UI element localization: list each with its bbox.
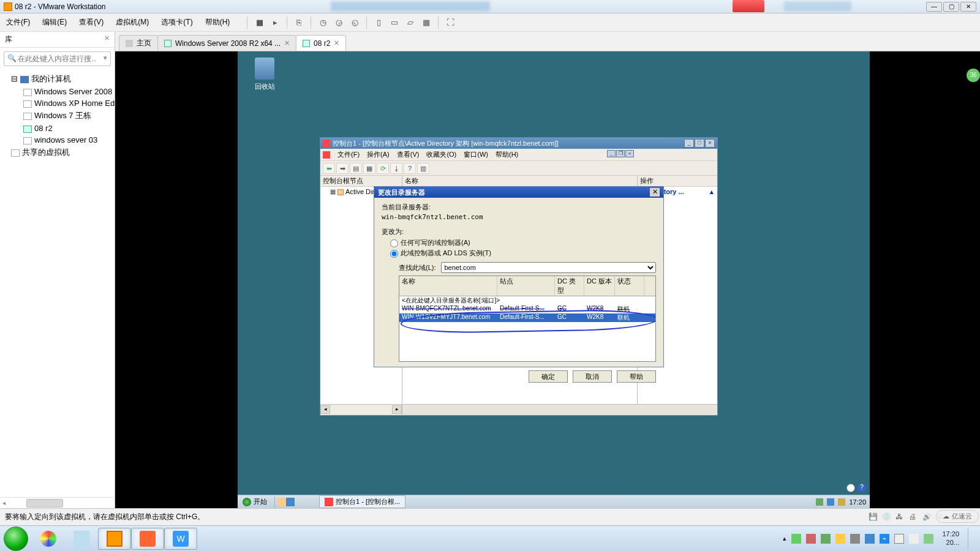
export-icon[interactable]: ⭳ bbox=[390, 163, 402, 174]
tab-home[interactable]: 主页 bbox=[119, 35, 158, 51]
mmc-menu-action[interactable]: 操作(A) bbox=[367, 150, 390, 159]
mmc-close-button[interactable]: × bbox=[705, 139, 715, 148]
guest-clock[interactable]: 17:20 bbox=[849, 498, 866, 506]
up-icon[interactable]: ▤ bbox=[350, 163, 362, 174]
pause-icon[interactable]: ▮▮ bbox=[252, 16, 266, 29]
mmc-max-button[interactable]: □ bbox=[695, 139, 704, 148]
menu-tabs[interactable]: 选项卡(T) bbox=[155, 17, 198, 28]
change-ds-dialog[interactable]: 更改目录服务器 ✕ 当前目录服务器: win-bmqfck7ntzl.benet… bbox=[374, 186, 664, 367]
close-button[interactable]: ✕ bbox=[960, 2, 976, 12]
snapshot-icon[interactable]: ⎘ bbox=[292, 16, 306, 29]
mmc-menu-window[interactable]: 窗口(W) bbox=[464, 150, 488, 159]
guest-start-button[interactable]: 开始 bbox=[238, 497, 272, 506]
tab-vm-active[interactable]: 08 r2✕ bbox=[296, 35, 346, 51]
mmc-menu-file[interactable]: 文件(F) bbox=[337, 150, 360, 159]
taskbar-task-mmc[interactable]: 控制台1 - [控制台根... bbox=[319, 495, 405, 508]
device-net-icon[interactable]: 🖧 bbox=[895, 512, 907, 522]
device-usb-icon[interactable]: 🖨 bbox=[909, 512, 920, 522]
play-icon[interactable]: ▸ bbox=[268, 16, 282, 29]
tray-chevron-icon[interactable]: ▴ bbox=[783, 534, 786, 542]
tree-root-computer[interactable]: ⊟ 我的计算机 bbox=[0, 72, 115, 86]
mmc-hscroll[interactable]: ◂▸ bbox=[320, 404, 717, 415]
show-desktop-button[interactable] bbox=[968, 528, 974, 550]
tab-close-icon[interactable]: ✕ bbox=[284, 39, 290, 47]
view-multi-icon[interactable]: ▭ bbox=[388, 16, 401, 29]
explorer-icon[interactable] bbox=[277, 498, 286, 506]
menu-edit[interactable]: 编辑(E) bbox=[36, 17, 73, 28]
device-sound-icon[interactable]: 🔊 bbox=[922, 512, 933, 522]
menu-file[interactable]: 文件(F) bbox=[0, 17, 36, 28]
tray-icon[interactable] bbox=[821, 534, 831, 544]
host-start-button[interactable] bbox=[4, 527, 28, 551]
menu-vm[interactable]: 虚拟机(M) bbox=[110, 17, 155, 28]
dc-input-hint[interactable]: <在此处键入目录服务器名称[:端口]> bbox=[399, 296, 655, 305]
sidebar-close-icon[interactable]: ✕ bbox=[104, 34, 110, 45]
tree-vm-item[interactable]: windows sever 03 bbox=[0, 134, 115, 146]
child-close-button[interactable]: × bbox=[625, 150, 634, 157]
desktop-icon[interactable] bbox=[286, 498, 295, 506]
radio-any-writable[interactable]: 任何可写的域控制器(A) bbox=[382, 238, 656, 248]
library-search-input[interactable] bbox=[4, 51, 111, 66]
taskbar-app[interactable] bbox=[32, 528, 65, 550]
dialog-titlebar[interactable]: 更改目录服务器 ✕ bbox=[374, 187, 663, 198]
guest-desktop[interactable]: 回收站 控制台1 - [控制台根节点\Active Directory 架构 [… bbox=[238, 51, 870, 508]
tree-vm-item[interactable]: Windows 7 王栋 bbox=[0, 109, 115, 122]
mmc-menu-view[interactable]: 查看(V) bbox=[397, 150, 420, 159]
help-button[interactable]: 帮助 bbox=[617, 370, 656, 383]
menu-view[interactable]: 查看(V) bbox=[73, 17, 110, 28]
taskbar-app[interactable]: W bbox=[164, 528, 197, 550]
clock2-icon[interactable]: ◶ bbox=[332, 16, 345, 29]
tray-icon[interactable] bbox=[791, 534, 801, 544]
dialog-close-icon[interactable]: ✕ bbox=[650, 188, 660, 197]
taskbar-app[interactable] bbox=[65, 528, 98, 550]
refresh-icon[interactable]: ⟳ bbox=[377, 163, 389, 174]
tray-volume-icon[interactable] bbox=[838, 498, 845, 506]
notify-help-icon[interactable]: ? bbox=[858, 484, 866, 492]
device-cd-icon[interactable]: 💿 bbox=[882, 512, 893, 522]
tray-icon[interactable] bbox=[835, 534, 845, 544]
tray-wifi-icon[interactable] bbox=[924, 534, 933, 544]
list-icon[interactable]: ▥ bbox=[417, 163, 429, 174]
view-console-icon[interactable]: ▱ bbox=[404, 16, 417, 29]
mmc-min-button[interactable]: _ bbox=[684, 139, 694, 148]
tray-network-icon[interactable] bbox=[827, 498, 834, 506]
mmc-menu-help[interactable]: 帮助(H) bbox=[496, 150, 518, 159]
tray-network-icon[interactable] bbox=[894, 534, 904, 544]
tray-bluetooth-icon[interactable]: ⌁ bbox=[880, 534, 889, 544]
menu-help[interactable]: 帮助(H) bbox=[199, 17, 236, 28]
clock3-icon[interactable]: ◵ bbox=[348, 16, 361, 29]
ok-button[interactable]: 确定 bbox=[529, 370, 568, 383]
mmc-menu-fav[interactable]: 收藏夹(O) bbox=[426, 150, 456, 159]
tray-icon[interactable] bbox=[806, 534, 816, 544]
help-icon[interactable]: ? bbox=[404, 163, 416, 174]
tab-vm[interactable]: Windows Server 2008 R2 x64 ...✕ bbox=[157, 35, 296, 51]
mmc-titlebar[interactable]: 控制台1 - [控制台根节点\Active Directory 架构 [win-… bbox=[320, 138, 717, 149]
recycle-bin[interactable]: 回收站 bbox=[246, 58, 283, 91]
taskbar-vmware[interactable] bbox=[98, 528, 131, 550]
cancel-button[interactable]: 取消 bbox=[573, 370, 612, 383]
tree-shared-vms[interactable]: 共享的虚拟机 bbox=[0, 146, 115, 159]
taskbar-app[interactable] bbox=[131, 528, 164, 550]
forward-icon[interactable]: ➡ bbox=[336, 163, 349, 174]
child-max-button[interactable]: ❐ bbox=[616, 150, 625, 157]
sidebar-hscroll[interactable]: ◂ bbox=[0, 497, 115, 508]
view-single-icon[interactable]: ▯ bbox=[372, 16, 385, 29]
dc-row[interactable]: WIN-BMQFCK7NTZL.benet.com Default-First-… bbox=[399, 305, 655, 313]
child-min-button[interactable]: _ bbox=[607, 150, 616, 157]
notify-icon[interactable] bbox=[846, 484, 855, 492]
fullscreen-icon[interactable]: ⛶ bbox=[443, 16, 457, 29]
host-clock[interactable]: 17:20 20... bbox=[942, 530, 959, 546]
tree-vm-item[interactable]: Windows XP Home Ed bbox=[0, 97, 115, 109]
props-icon[interactable]: ▦ bbox=[363, 163, 375, 174]
tray-volume-icon[interactable] bbox=[909, 534, 919, 544]
tray-icon[interactable] bbox=[865, 534, 875, 544]
search-dropdown-icon[interactable]: ▾ bbox=[104, 54, 107, 62]
view-thumb-icon[interactable]: ▦ bbox=[420, 16, 433, 29]
clock-icon[interactable]: ◷ bbox=[316, 16, 330, 29]
dc-row-selected[interactable]: WIN-W1SVZFMYJT7.benet.com Default-First-… bbox=[399, 313, 655, 322]
minimize-button[interactable]: — bbox=[926, 2, 942, 12]
tray-icon[interactable] bbox=[816, 498, 823, 506]
domain-select[interactable]: benet.com bbox=[441, 262, 657, 273]
tray-icon[interactable] bbox=[850, 534, 860, 544]
maximize-button[interactable]: ▢ bbox=[943, 2, 959, 12]
